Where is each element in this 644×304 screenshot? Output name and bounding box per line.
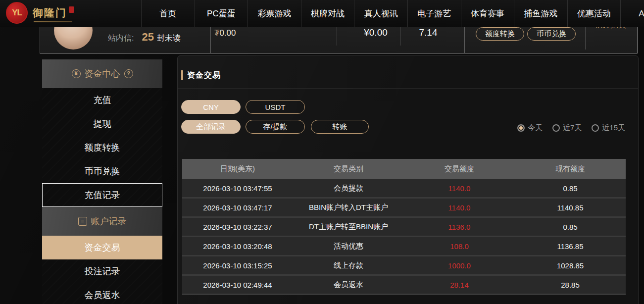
table-row: 2026-03-10 03:15:25 线上存款 1000.0 1028.85 <box>182 256 626 276</box>
title-accent-bar <box>181 70 183 80</box>
tx-amount: 1140.0 <box>404 199 515 216</box>
sidebar-item-bet-records[interactable]: 投注记录 <box>42 259 162 283</box>
tx-type: 活动优惠 <box>293 237 404 255</box>
tx-balance: 1028.85 <box>515 256 626 274</box>
cny-balance: ¥0.00 <box>352 27 399 38</box>
sidebar-section-title: 资金中心 <box>85 68 120 80</box>
logo-seal-icon <box>69 6 74 13</box>
radio-icon <box>552 124 560 132</box>
type-tab-transfer[interactable]: 转账 <box>311 120 369 134</box>
tx-type: 线上存款 <box>293 256 404 274</box>
date-filter-group: 今天 近7天 近15天 <box>517 123 625 133</box>
tx-date: 2026-03-10 03:20:48 <box>182 237 293 255</box>
points-value: 7.14 <box>404 27 452 38</box>
currency-tab-usdt[interactable]: USDT <box>246 100 305 114</box>
nav-item-promo[interactable]: 优惠活动 <box>567 0 621 27</box>
tx-amount: 1136.0 <box>404 218 515 236</box>
tx-balance: 1136.85 <box>515 237 626 255</box>
column-header-amount: 交易额度 <box>404 159 515 179</box>
nav-item-live[interactable]: 真人视讯 <box>354 0 407 27</box>
sidebar-item-deposit-record[interactable]: 充值记录 <box>42 183 162 207</box>
tx-amount: 108.0 <box>404 237 515 255</box>
table-row: 2026-03-10 03:47:17 BBIN账户转入DT主账户 1140.0… <box>182 199 626 218</box>
radio-icon <box>592 124 599 132</box>
page-title: 资金交易 <box>187 70 221 81</box>
currency-tab-cny[interactable]: CNY <box>181 100 241 114</box>
tx-type: 会员返水 <box>293 276 404 294</box>
tx-balance: 0.85 <box>515 179 626 197</box>
sidebar-item-deposit[interactable]: 充值 <box>42 88 162 112</box>
usdt-balance: ₮0.00 <box>214 28 236 38</box>
type-tab-deposit-withdraw[interactable]: 存/提款 <box>246 120 305 134</box>
coin-swap-button[interactable]: 币币兑换 <box>527 27 576 41</box>
sidebar-item-withdraw[interactable]: 提现 <box>42 112 162 136</box>
inbox-label: 站内信: <box>108 33 134 44</box>
main-panel: 资金交易 CNY USDT 全部记录 存/提款 转账 今天 近7天 近15天 日… <box>177 55 639 304</box>
tx-type: BBIN账户转入DT主账户 <box>293 199 404 216</box>
table-row: 2026-03-10 03:47:55 会员提款 1140.0 0.85 <box>182 179 626 199</box>
tx-type: DT主账户转至BBIN账户 <box>293 218 404 236</box>
radio-label: 近7天 <box>563 123 582 133</box>
date-filter-15days[interactable]: 近15天 <box>592 123 625 133</box>
nav-item-fishing[interactable]: 捕鱼游戏 <box>514 0 567 27</box>
tx-balance: 1140.85 <box>515 199 626 216</box>
table-row: 2026-03-10 02:49:44 会员返水 28.14 28.85 <box>182 276 626 295</box>
help-icon[interactable]: ? <box>124 69 133 78</box>
table-row: 2026-03-10 03:22:37 DT主账户转至BBIN账户 1136.0… <box>182 218 626 237</box>
column-header-type: 交易类别 <box>293 159 404 179</box>
sidebar-section-account: ≡ 账户记录 <box>42 207 162 236</box>
nav-item-egames[interactable]: 电子游艺 <box>407 0 461 27</box>
tx-amount: 1000.0 <box>404 256 515 274</box>
date-filter-today[interactable]: 今天 <box>517 123 543 133</box>
transactions-table: 日期(美东) 交易类别 交易额度 现有额度 2026-03-10 03:47:5… <box>182 159 626 295</box>
sidebar-item-coin-swap[interactable]: 币币兑换 <box>42 159 162 183</box>
coin-icon: ¥ <box>72 69 81 78</box>
type-tab-all-records[interactable]: 全部记录 <box>181 120 241 134</box>
radio-checked-icon <box>517 124 525 132</box>
inbox-unread-suffix: 封未读 <box>157 33 181 44</box>
divider <box>400 26 400 46</box>
table-row: 2026-03-10 03:20:48 活动优惠 108.0 1136.85 <box>182 237 626 256</box>
tx-date: 2026-03-10 03:47:55 <box>182 179 293 197</box>
tx-balance: 0.85 <box>515 218 626 236</box>
tx-date: 2026-03-10 03:47:17 <box>182 199 293 216</box>
nav-item-chess[interactable]: 棋牌对战 <box>301 0 354 27</box>
column-header-date: 日期(美东) <box>182 159 293 179</box>
radio-label: 今天 <box>528 123 543 133</box>
sidebar-section-funds: ¥ 资金中心 ? <box>42 59 162 88</box>
divider <box>337 26 337 46</box>
page-root: 站内信: 25 封未读 ₮0.00 ¥0.00 7.14 额度转换 币币兑换 积… <box>0 0 644 304</box>
tx-date: 2026-03-10 02:49:44 <box>182 276 293 294</box>
nav-item-pcdandan[interactable]: PC蛋蛋 <box>195 0 248 27</box>
nav-item-app[interactable]: APP <box>620 0 644 27</box>
panel-title-row: 资金交易 <box>178 70 221 81</box>
divider <box>585 27 586 50</box>
nav-menu: 首页 PC蛋蛋 彩票游戏 棋牌对战 真人视讯 电子游艺 体育赛事 捕鱼游戏 优惠… <box>141 0 644 27</box>
tx-amount: 28.14 <box>404 276 515 294</box>
top-navbar: YL 御隆门 首页 PC蛋蛋 彩票游戏 棋牌对战 真人视讯 电子游艺 体育赛事 … <box>0 0 644 27</box>
tx-amount: 1140.0 <box>404 179 515 197</box>
usdt-balance-value: 0.00 <box>219 28 236 38</box>
column-header-balance: 现有额度 <box>515 159 626 179</box>
sidebar-item-fund-transactions[interactable]: 资金交易 <box>42 236 162 259</box>
sidebar-item-quota-transfer[interactable]: 额度转换 <box>42 136 162 159</box>
logo-emblem-icon: YL <box>6 2 28 24</box>
tx-type: 会员提款 <box>293 179 404 197</box>
nav-item-sports[interactable]: 体育赛事 <box>461 0 514 27</box>
site-logo[interactable]: YL 御隆门 <box>6 2 74 24</box>
logo-name: 御隆门 <box>33 6 67 20</box>
nav-item-lottery[interactable]: 彩票游戏 <box>248 0 301 27</box>
tx-date: 2026-03-10 03:22:37 <box>182 218 293 236</box>
sidebar: ¥ 资金中心 ? 充值 提现 额度转换 币币兑换 充值记录 ≡ 账户记录 资金交… <box>42 59 162 304</box>
usdt-symbol: ₮ <box>214 28 219 38</box>
radio-label: 近15天 <box>602 123 625 133</box>
inbox-status[interactable]: 站内信: 25 封未读 <box>108 31 181 44</box>
date-filter-7days[interactable]: 近7天 <box>552 123 582 133</box>
tx-balance: 28.85 <box>515 276 626 294</box>
inbox-unread-count: 25 <box>142 31 153 44</box>
nav-item-home[interactable]: 首页 <box>141 0 195 27</box>
divider <box>178 88 638 89</box>
quota-transfer-button[interactable]: 额度转换 <box>476 27 524 41</box>
table-header-row: 日期(美东) 交易类别 交易额度 现有额度 <box>182 159 626 179</box>
sidebar-item-member-rebate[interactable]: 会员返水 <box>42 283 162 304</box>
